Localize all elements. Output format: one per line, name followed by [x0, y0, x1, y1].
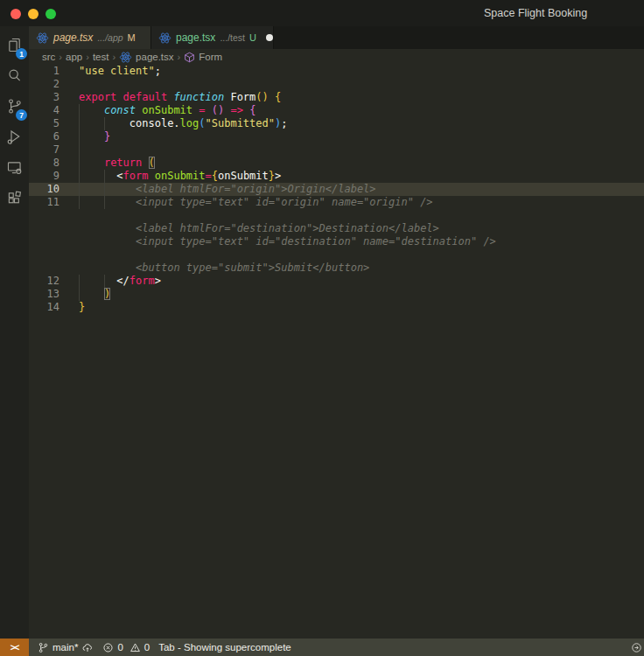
indent-guide [79, 183, 80, 196]
line-content: <form onSubmit={onSubmit}> [79, 170, 281, 183]
line-content: <label htmlFor="destination">Destination… [79, 222, 439, 235]
line-number [29, 248, 60, 262]
chevron-right-icon: › [112, 52, 116, 62]
indent-guide [104, 183, 105, 196]
git-branch-status[interactable]: main* [38, 642, 94, 653]
error-count: 0 [117, 642, 122, 653]
activity-item-search[interactable] [0, 62, 29, 93]
code-line[interactable]: <label htmlFor="destination">Destination… [29, 222, 644, 235]
remote-indicator[interactable]: >< [0, 639, 29, 656]
breadcrumb-item-form[interactable]: Form [184, 52, 222, 63]
chevron-right-icon: › [59, 52, 62, 62]
code-line[interactable]: <input type="text" id="destination" name… [29, 235, 644, 248]
line-content: <input type="text" id="destination" name… [79, 235, 496, 248]
window-controls [10, 9, 56, 19]
search-icon [5, 66, 24, 88]
git-status-letter: U [249, 32, 256, 43]
activity-item-extensions[interactable] [0, 185, 29, 215]
git-branch-icon [38, 642, 49, 653]
code-line[interactable] [29, 248, 644, 262]
close-window-icon[interactable] [10, 9, 21, 19]
supercomplete-status[interactable]: Tab - Showing supercomplete [158, 642, 291, 653]
line-number: 2 [29, 78, 60, 91]
git-status-letter: M [128, 32, 136, 43]
publish-changes-icon [81, 642, 94, 653]
tab-filename: page.tsx [53, 31, 93, 44]
errors-icon [102, 642, 114, 653]
tab-directory: .../test [220, 32, 245, 43]
code-line[interactable]: <button type="submit">Submit</button> [29, 262, 644, 275]
remote-icon: >< [10, 643, 19, 653]
line-content: } [79, 130, 110, 143]
line-number: 8 [29, 157, 60, 170]
code-line[interactable]: 13 ) [29, 288, 644, 301]
tab-page.tsx-1[interactable]: page.tsx.../appM [29, 26, 151, 49]
maximize-window-icon[interactable] [46, 9, 56, 19]
indent-guide [79, 117, 80, 130]
vscode-window: Space Flight Booking 17 page.tsx.../appM… [0, 0, 644, 656]
indent-guide [79, 275, 80, 288]
line-content: ) [79, 288, 110, 301]
code-editor[interactable]: 1"use client";23export default function … [29, 65, 644, 639]
branch-label: main* [52, 642, 78, 653]
line-number: 12 [29, 275, 60, 288]
indent-guide [79, 104, 80, 117]
code-line[interactable]: 5 console.log("Submitted"); [29, 117, 644, 130]
breadcrumb-label: Form [199, 52, 222, 62]
line-number [29, 209, 60, 222]
breadcrumb-label: page.tsx [136, 52, 173, 62]
code-line[interactable]: 2 [29, 78, 644, 91]
activity-item-source-control[interactable]: 7 [0, 93, 29, 123]
code-line[interactable]: 9 <form onSubmit={onSubmit}> [29, 170, 644, 183]
breadcrumb-label: src [42, 52, 55, 62]
minimize-window-icon[interactable] [28, 9, 38, 19]
remote-explorer-icon [5, 158, 24, 180]
line-number: 7 [29, 143, 60, 157]
tab-directory: .../app [97, 32, 122, 43]
breadcrumb-item-app[interactable]: app [66, 52, 82, 62]
breadcrumb-item-test[interactable]: test [93, 52, 109, 62]
line-number: 5 [29, 117, 60, 130]
chevron-right-icon: › [86, 52, 89, 62]
indent-guide [104, 170, 105, 183]
react-icon [119, 51, 132, 64]
activity-item-explorer[interactable]: 1 [0, 31, 29, 62]
unsaved-dot-icon[interactable] [266, 34, 273, 41]
code-line[interactable]: 1"use client"; [29, 65, 644, 78]
symbol-method-icon [184, 52, 195, 63]
code-line[interactable]: 6 } [29, 130, 644, 143]
run-debug-icon [5, 128, 24, 150]
line-content: <input type="text" id="origin" name="ori… [79, 196, 433, 209]
code-line[interactable] [29, 209, 644, 222]
code-line[interactable]: 8 return ( [29, 157, 644, 170]
status-bar: >< main* 0 0 Tab - Showing supercomplete [0, 639, 644, 656]
line-number: 10 [29, 183, 60, 196]
problems-status[interactable]: 0 0 [102, 642, 150, 653]
activity-item-run-and-debug[interactable] [0, 123, 29, 154]
tab-strip: page.tsx.../appMpage.tsx.../testU [29, 26, 644, 49]
breadcrumb-item-src[interactable]: src [42, 52, 55, 62]
line-number [29, 262, 60, 275]
breadcrumb-item-page.tsx[interactable]: page.tsx [119, 51, 173, 64]
breadcrumb-label: test [93, 52, 109, 62]
indent-guide [79, 170, 80, 183]
activity-item-remote-explorer[interactable] [0, 154, 29, 185]
circle-arrow-icon[interactable] [631, 642, 642, 653]
code-line[interactable]: 3export default function Form() { [29, 91, 644, 104]
code-line[interactable]: 4 const onSubmit = () => { [29, 104, 644, 117]
status-message: Tab - Showing supercomplete [158, 642, 291, 653]
code-line[interactable]: 7 [29, 143, 644, 157]
warning-count: 0 [144, 642, 150, 653]
tab-page.tsx-2[interactable]: page.tsx.../testU [151, 26, 274, 49]
extensions-icon [5, 189, 24, 211]
chevron-right-icon: › [178, 52, 181, 62]
line-number: 11 [29, 196, 60, 209]
code-line[interactable]: 12 </form> [29, 275, 644, 288]
code-line[interactable]: 14} [29, 301, 644, 314]
line-content: const onSubmit = () => { [79, 104, 256, 117]
code-line-current[interactable]: 10 <label htmlFor="origin">Origin</label… [29, 183, 644, 196]
line-number: 3 [29, 91, 60, 104]
code-line[interactable]: 11 <input type="text" id="origin" name="… [29, 196, 644, 209]
line-number [29, 222, 60, 235]
line-number: 14 [29, 301, 60, 314]
